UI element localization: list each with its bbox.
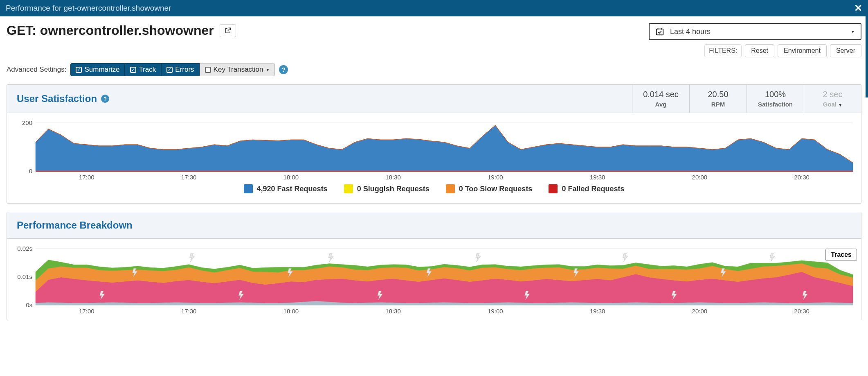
- svg-text:17:00: 17:00: [79, 308, 94, 315]
- check-icon: ✓: [130, 67, 136, 73]
- chevron-down-icon: ▼: [851, 29, 855, 34]
- stat-avg: 0.014 secAvg: [632, 85, 689, 113]
- advanced-toggle-group: ✓Summarize ✓Track ✓Errors Key Transactio…: [70, 63, 275, 76]
- svg-text:20:00: 20:00: [692, 308, 708, 315]
- titlebar-text: Performance for get-ownercontroller.show…: [6, 4, 171, 13]
- stat-rpm-value: 20.50: [690, 90, 747, 99]
- svg-text:18:30: 18:30: [385, 174, 401, 181]
- svg-text:20:30: 20:30: [794, 308, 810, 315]
- summarize-label: Summarize: [84, 66, 119, 74]
- help-icon[interactable]: ?: [279, 65, 288, 74]
- right-accent-bar: [866, 16, 868, 97]
- svg-text:18:00: 18:00: [283, 308, 299, 315]
- swatch-icon: [344, 184, 353, 193]
- user-satisfaction-title: User Satisfaction: [17, 93, 97, 104]
- check-icon: ✓: [166, 67, 173, 73]
- stat-rpm: 20.50RPM: [689, 85, 747, 113]
- svg-text:0.02s: 0.02s: [17, 246, 32, 252]
- user-satisfaction-legend: 4,920 Fast Requests 0 Sluggish Requests …: [11, 182, 857, 199]
- errors-label: Errors: [175, 66, 194, 74]
- svg-rect-0: [657, 29, 663, 35]
- traces-button[interactable]: Traces: [825, 249, 857, 261]
- stat-sat-label: Satisfaction: [747, 101, 804, 108]
- check-icon: ✓: [76, 67, 82, 73]
- advanced-settings-label: Advanced Settings:: [7, 66, 66, 74]
- stat-avg-value: 0.014 sec: [632, 90, 689, 99]
- popout-button[interactable]: [220, 24, 236, 37]
- svg-text:19:00: 19:00: [488, 308, 503, 315]
- stat-rpm-label: RPM: [690, 101, 747, 108]
- svg-text:20:00: 20:00: [692, 174, 708, 181]
- chevron-down-icon: ▼: [266, 68, 270, 72]
- stat-goal-label: Goal ▼: [804, 101, 861, 108]
- svg-text:19:30: 19:30: [590, 174, 605, 181]
- calendar-check-icon: [655, 27, 664, 36]
- stat-goal-value: 2 sec: [804, 90, 861, 99]
- svg-text:17:30: 17:30: [181, 308, 197, 315]
- svg-text:17:00: 17:00: [79, 174, 94, 181]
- summarize-toggle[interactable]: ✓Summarize: [70, 63, 125, 76]
- server-filter-button[interactable]: Server: [830, 44, 861, 57]
- user-satisfaction-chart[interactable]: 200017:0017:3018:0018:3019:0019:3020:002…: [11, 120, 857, 182]
- swatch-icon: [446, 184, 455, 193]
- errors-toggle[interactable]: ✓Errors: [161, 63, 199, 76]
- filters-label: FILTERS:: [704, 44, 742, 57]
- svg-text:17:30: 17:30: [181, 174, 197, 181]
- track-toggle[interactable]: ✓Track: [125, 63, 161, 76]
- svg-text:0.01s: 0.01s: [17, 273, 32, 280]
- titlebar: Performance for get-ownercontroller.show…: [0, 0, 868, 16]
- page-title: GET: ownercontroller.showowner: [7, 23, 214, 38]
- legend-slow[interactable]: 0 Too Slow Requests: [446, 184, 533, 193]
- stat-sat-value: 100%: [747, 90, 804, 99]
- user-satisfaction-panel: User Satisfaction ? 0.014 secAvg 20.50RP…: [7, 84, 861, 204]
- swatch-icon: [549, 184, 558, 193]
- performance-breakdown-chart[interactable]: 0.02s0.01s0s17:0017:3018:0018:3019:0019:…: [11, 246, 857, 316]
- svg-text:18:00: 18:00: [283, 174, 299, 181]
- chevron-down-icon: ▼: [838, 103, 842, 107]
- close-icon[interactable]: ✕: [854, 2, 862, 14]
- help-icon[interactable]: ?: [101, 95, 109, 103]
- time-range-picker[interactable]: Last 4 hours ▼: [649, 23, 861, 40]
- environment-filter-button[interactable]: Environment: [778, 44, 827, 57]
- swatch-icon: [244, 184, 253, 193]
- svg-text:18:30: 18:30: [385, 308, 401, 315]
- legend-fast[interactable]: 4,920 Fast Requests: [244, 184, 328, 193]
- svg-text:19:00: 19:00: [488, 174, 503, 181]
- svg-text:200: 200: [22, 120, 32, 126]
- track-label: Track: [139, 66, 156, 74]
- svg-text:20:30: 20:30: [794, 174, 810, 181]
- stat-avg-label: Avg: [632, 101, 689, 108]
- svg-text:19:30: 19:30: [590, 308, 605, 315]
- legend-sluggish[interactable]: 0 Sluggish Requests: [344, 184, 430, 193]
- reset-filters-button[interactable]: Reset: [745, 44, 774, 57]
- performance-breakdown-title: Performance Breakdown: [17, 220, 133, 231]
- time-range-label: Last 4 hours: [670, 27, 711, 36]
- stat-satisfaction: 100%Satisfaction: [747, 85, 804, 113]
- key-transaction-label: Key Transaction: [214, 66, 263, 74]
- performance-breakdown-panel: Performance Breakdown Traces 0.02s0.01s0…: [7, 212, 861, 320]
- external-link-icon: [224, 27, 232, 34]
- unchecked-icon: [205, 67, 211, 73]
- key-transaction-toggle[interactable]: Key Transaction▼: [200, 63, 275, 76]
- svg-text:0: 0: [29, 168, 32, 174]
- stat-goal[interactable]: 2 secGoal ▼: [804, 85, 861, 113]
- svg-text:0s: 0s: [26, 301, 32, 308]
- legend-failed[interactable]: 0 Failed Requests: [549, 184, 624, 193]
